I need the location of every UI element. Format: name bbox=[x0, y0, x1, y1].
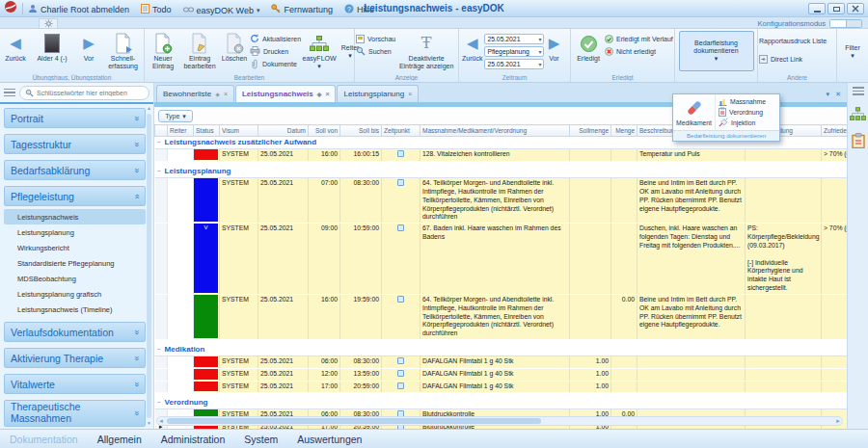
zeitpunkt-checkbox[interactable] bbox=[397, 357, 404, 364]
table-row[interactable]: SYSTEM25.05.202117:0020:59:00DAFALGAN Fi… bbox=[155, 381, 848, 393]
sidebar-item-standardisierte-pflegeplanung[interactable]: Standardisierte Pflegeplanung bbox=[4, 255, 146, 271]
group-header-leistungsplanung[interactable]: −Leistungsplanung bbox=[155, 166, 848, 178]
search-input[interactable] bbox=[37, 90, 143, 96]
tab-leistungsplanung[interactable]: Leistungsplanung× bbox=[337, 85, 419, 102]
new-entry-button[interactable]: Neuer Eintrag bbox=[146, 31, 180, 73]
close-tab-icon[interactable]: ✕ bbox=[835, 91, 841, 98]
sidebar-item-leistungsplanung-grafisch[interactable]: Leistungsplanung grafisch bbox=[4, 286, 146, 302]
hamburger-icon[interactable] bbox=[4, 89, 15, 97]
column-header-datum[interactable]: Datum bbox=[258, 125, 309, 137]
table-row[interactable]: SYSTEM25.05.202112:0013:59:00DAFALGAN Fi… bbox=[155, 368, 848, 381]
bottomnav-system[interactable]: System bbox=[244, 434, 278, 445]
bottomnav-allgemein[interactable]: Allgemein bbox=[97, 434, 142, 445]
scroll-right-icon[interactable]: ► bbox=[834, 418, 842, 424]
documents-button[interactable]: Dokumente bbox=[250, 58, 301, 70]
group-header-cell[interactable]: −Verordnung bbox=[155, 397, 848, 409]
sidebar-item-leistungsplanung[interactable]: Leistungsplanung bbox=[4, 224, 146, 240]
bottomnav-auswertungen[interactable]: Auswertungen bbox=[297, 434, 362, 445]
sidebar-item-leistungsnachweis[interactable]: Leistungsnachweis bbox=[4, 209, 146, 224]
not-done-button[interactable]: Nicht erledigt bbox=[605, 45, 673, 58]
table-row[interactable]: SYSTEM25.05.202116:0016:00:15128. Vitalz… bbox=[155, 149, 848, 162]
column-header-zufriedenheit-der-pflegemitarbeitenden[interactable]: Zufriedenheit der Pflegemitarbeitenden bbox=[822, 125, 848, 137]
config-mode-toggle[interactable] bbox=[829, 19, 862, 28]
menu-item-injektion[interactable]: Injektion bbox=[719, 118, 776, 128]
zeitpunkt-checkbox[interactable] bbox=[397, 370, 404, 377]
patient-selector[interactable]: Alder 4 (-) bbox=[30, 31, 74, 73]
minimize-icon[interactable] bbox=[808, 3, 826, 14]
preview-toggle[interactable]: Vorschau bbox=[356, 33, 395, 45]
sidebar-section-verlaufsdokumentation[interactable]: Verlaufsdokumentation» bbox=[4, 322, 146, 342]
scrollbar-thumb[interactable] bbox=[147, 114, 151, 418]
column-header-soll-von[interactable]: Soll von bbox=[309, 125, 340, 137]
menu-item-massnahme[interactable]: Massnahme bbox=[719, 96, 776, 107]
date-to-select[interactable]: 25.05.2021▾ bbox=[484, 59, 544, 69]
scroll-down-icon[interactable]: ▼ bbox=[146, 420, 152, 427]
column-header-menge[interactable]: Menge bbox=[611, 125, 637, 137]
titlebar-item-hilfe[interactable]: ?Hilfe bbox=[344, 4, 374, 15]
pin-icon[interactable]: ◈ bbox=[317, 91, 322, 97]
direct-link-button[interactable]: Direct Link bbox=[759, 53, 835, 66]
group-header-cell[interactable]: −Medikation bbox=[155, 344, 848, 356]
group-header-medikation[interactable]: −Medikation bbox=[155, 344, 848, 356]
zeitpunkt-checkbox[interactable] bbox=[397, 224, 404, 231]
gear-icon[interactable] bbox=[39, 18, 58, 28]
table-row[interactable]: SYSTEM25.05.202106:0008:30:00DAFALGAN Fi… bbox=[155, 356, 848, 368]
column-header-sollmenge[interactable]: Sollmenge bbox=[570, 125, 611, 137]
collapse-icon[interactable]: − bbox=[157, 168, 161, 174]
zeitpunkt-checkbox[interactable] bbox=[397, 382, 404, 389]
patient-forward-button[interactable]: ▶ Vor bbox=[74, 31, 103, 73]
sidebar-section-portrait[interactable]: Portrait» bbox=[4, 108, 146, 128]
column-header-soll-bis[interactable]: Soll bis bbox=[340, 125, 382, 137]
patient-back-button[interactable]: ◀ Zurück bbox=[1, 31, 30, 73]
column-header-reiter[interactable]: Reiter bbox=[168, 125, 194, 137]
easyflow-panel-icon[interactable] bbox=[850, 107, 866, 125]
titlebar-item-logout[interactable]: Charlie Root abmelden bbox=[28, 4, 129, 15]
close-icon[interactable] bbox=[847, 3, 864, 14]
sidebar-section-pflegeleistung[interactable]: Pflegeleistung» bbox=[4, 186, 146, 206]
easyflow-button[interactable]: easyFLOW ▾ bbox=[301, 31, 338, 73]
clipboard-panel-icon[interactable] bbox=[852, 133, 865, 152]
restore-icon[interactable] bbox=[827, 3, 845, 14]
tab-leistungsnachweis[interactable]: Leistungsnachweis◈× bbox=[235, 85, 337, 102]
sidebar-item-leistungsnachweis-timeline[interactable]: Leistungsnachweis (Timeline) bbox=[4, 302, 146, 317]
search-button[interactable]: Suchen bbox=[356, 45, 395, 58]
sidebar-section-vitalwerte[interactable]: Vitalwerte» bbox=[4, 374, 146, 394]
menu-item-medikament[interactable]: Medikament bbox=[673, 94, 716, 130]
zeitpunkt-checkbox[interactable] bbox=[397, 179, 404, 186]
group-header-verordnung[interactable]: −Verordnung bbox=[155, 397, 848, 409]
horizontal-scrollbar[interactable]: ◄ ► bbox=[156, 416, 843, 426]
collapse-icon[interactable]: − bbox=[157, 346, 161, 353]
titlebar-item-easydok-web[interactable]: easyDOK Web▾ bbox=[183, 6, 260, 15]
close-tab-icon[interactable]: × bbox=[325, 91, 329, 97]
collapse-icon[interactable]: − bbox=[157, 139, 161, 145]
keyword-search[interactable] bbox=[19, 86, 149, 100]
done-button[interactable]: Erledigt bbox=[572, 31, 605, 73]
type-filter-button[interactable]: Type ▾ bbox=[158, 110, 193, 122]
print-button[interactable]: Drucken bbox=[250, 45, 301, 58]
zeitpunkt-checkbox[interactable] bbox=[397, 296, 404, 303]
bottomnav-administration[interactable]: Administration bbox=[161, 434, 226, 445]
zeitpunkt-checkbox[interactable] bbox=[397, 150, 404, 157]
refresh-button[interactable]: Aktualisieren bbox=[250, 33, 301, 45]
sidebar-section-bedarfsabklärung[interactable]: Bedarfsabklärung» bbox=[4, 160, 146, 180]
edit-entry-button[interactable]: Eintrag bearbeiten bbox=[180, 31, 219, 73]
sidebar-section-therapeutische-massnahmen[interactable]: Therapeutische Massnahmen» bbox=[4, 400, 146, 427]
scrollbar-thumb[interactable] bbox=[167, 418, 541, 424]
tab-bewohnerliste[interactable]: Bewohnerliste◈× bbox=[156, 85, 234, 102]
bottomnav-dokumentation[interactable]: Dokumentation bbox=[10, 434, 78, 445]
sidebar-scrollbar[interactable]: ▲ ▼ bbox=[146, 105, 152, 427]
collapse-icon[interactable]: − bbox=[157, 399, 161, 406]
close-tab-icon[interactable]: × bbox=[408, 91, 412, 97]
sidebar-item-wirkungsbericht[interactable]: Wirkungsbericht bbox=[4, 240, 146, 255]
group-header-cell[interactable]: −Leistungsplanung bbox=[155, 166, 848, 178]
tab-list-dropdown-icon[interactable]: ▾ bbox=[827, 91, 830, 98]
period-forward-button[interactable]: ▶ Vor bbox=[544, 31, 563, 73]
filter-button[interactable]: Filter ▾ bbox=[838, 31, 867, 73]
report-print-list-button[interactable]: Rapportausdruck Liste bbox=[759, 35, 835, 47]
scroll-up-icon[interactable]: ▲ bbox=[146, 105, 152, 112]
table-row[interactable]: VSYSTEM25.05.202109:0010:59:0067. Baden … bbox=[155, 224, 848, 295]
table-row[interactable]: SYSTEM25.05.202107:0008:30:0064. Teilkör… bbox=[155, 178, 848, 224]
table-row[interactable]: SYSTEM25.05.202116:0019:59:0064. Teilkör… bbox=[155, 294, 848, 339]
sidebar-item-mdsbeobachtung[interactable]: MDSBeobachtung bbox=[4, 271, 146, 286]
sidebar-section-tagesstruktur[interactable]: Tagesstruktur» bbox=[4, 134, 146, 154]
